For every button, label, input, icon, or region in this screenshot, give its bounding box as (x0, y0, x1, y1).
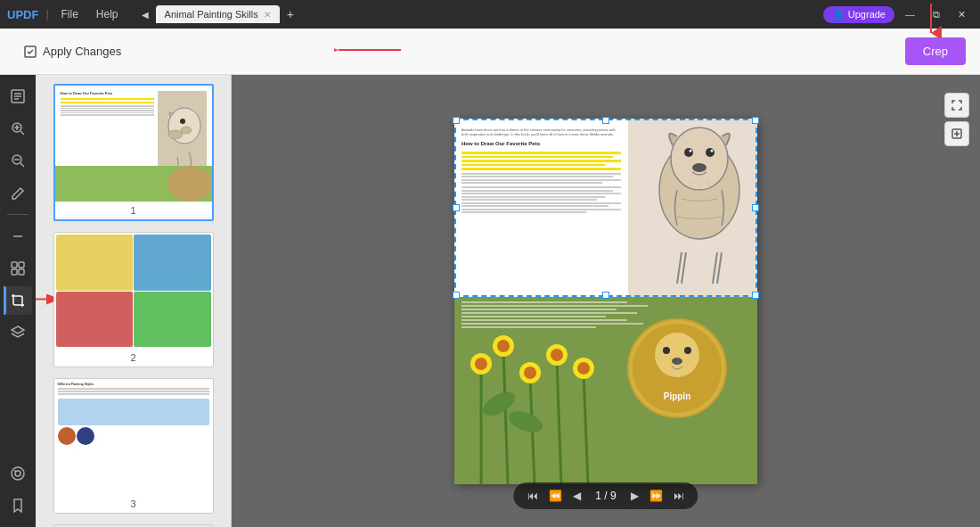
thumb-image-2 (54, 233, 213, 349)
arrow-annotation (334, 41, 405, 62)
sidebar-icon-zoom-out[interactable] (4, 146, 32, 175)
page-thumb-3[interactable]: Different Painting Styles (53, 378, 214, 514)
page-main-title: How to Draw Our Favorite Pets (461, 141, 621, 148)
svg-point-29 (181, 127, 192, 134)
nav-last-btn[interactable]: ⏭ (670, 488, 688, 504)
svg-point-54 (551, 349, 563, 361)
page-thumb-label-3: 3 (54, 495, 213, 513)
tab-animal-painting[interactable]: Animal Painting Skills ✕ (156, 5, 280, 23)
svg-point-62 (672, 358, 682, 365)
sidebar-icon-pages[interactable] (4, 82, 32, 111)
maximize-button[interactable]: ⧉ (926, 7, 947, 22)
crop-button[interactable]: Crep (905, 37, 966, 65)
app-logo: UPDF (7, 8, 38, 21)
svg-point-61 (684, 347, 691, 354)
svg-point-37 (706, 148, 715, 157)
zoom-controls (944, 93, 969, 146)
tab-add-btn[interactable]: + (283, 7, 298, 21)
title-bar: UPDF | File Help ◀ Animal Painting Skill… (0, 0, 980, 29)
svg-point-56 (577, 362, 590, 375)
sidebar-icon-effects[interactable] (4, 459, 32, 488)
svg-rect-18 (19, 262, 24, 268)
page-navigation: ⏮ ⏪ ◀ 1 / 9 ▶ ⏩ ⏭ (513, 482, 698, 509)
nav-first-btn[interactable]: ⏮ (524, 488, 542, 504)
svg-line-10 (20, 131, 24, 135)
svg-point-48 (475, 358, 487, 370)
fit-page-button[interactable] (944, 93, 969, 118)
nav-prev-fast-btn[interactable]: ⏪ (545, 488, 566, 504)
svg-point-60 (663, 347, 670, 354)
nav-prev-btn[interactable]: ◀ (569, 488, 584, 504)
apply-icon (23, 45, 37, 59)
page-indicator: 1 / 9 (588, 490, 623, 502)
sidebar-icon-layers[interactable] (4, 318, 32, 347)
sidebar-icon-edit[interactable] (4, 178, 32, 207)
svg-point-23 (12, 467, 24, 480)
sidebar-divider-1 (7, 214, 29, 215)
tab-label: Animal Painting Skills (165, 9, 258, 20)
svg-point-52 (524, 366, 536, 379)
tab-close-btn[interactable]: ✕ (264, 10, 271, 20)
svg-point-40 (692, 163, 706, 172)
svg-point-38 (690, 149, 692, 152)
page-thumb-label-2: 2 (54, 349, 213, 366)
sidebar-icon-organize[interactable] (4, 254, 32, 283)
close-button[interactable]: ✕ (951, 7, 973, 22)
page-thumb-2[interactable]: 2 (53, 232, 214, 367)
nav-next-fast-btn[interactable]: ⏩ (646, 488, 666, 504)
apply-changes-button[interactable]: Apply Changes (14, 39, 130, 64)
sidebar-icon-crop[interactable] (4, 286, 32, 315)
main-area: How to Draw Our Favorite Pets (0, 75, 980, 527)
title-bar-controls: 👤 Upgrade — ⧉ ✕ (823, 6, 973, 23)
apply-changes-label: Apply Changes (43, 45, 121, 58)
minimize-button[interactable]: — (898, 7, 922, 21)
thumb-image-3: Different Painting Styles (54, 379, 213, 495)
page-panel: How to Draw Our Favorite Pets (36, 75, 232, 527)
icon-sidebar (0, 75, 36, 527)
content-area: Animals have been used as a theme in the… (232, 75, 980, 527)
svg-point-35 (671, 128, 728, 190)
svg-point-39 (711, 149, 714, 152)
pdf-page: Animals have been used as a theme in the… (454, 119, 757, 484)
svg-rect-19 (12, 269, 17, 275)
svg-rect-20 (19, 269, 24, 275)
toolbar: Apply Changes Crep (0, 29, 980, 75)
svg-text:Pippin: Pippin (664, 391, 691, 401)
sidebar-icon-bookmark[interactable] (4, 491, 32, 520)
svg-point-50 (497, 340, 510, 352)
tab-prev-btn[interactable]: ◀ (138, 8, 152, 21)
svg-point-59 (655, 333, 699, 377)
svg-point-25 (14, 470, 16, 472)
menu-help[interactable]: Help (91, 6, 124, 22)
upgrade-button[interactable]: 👤 Upgrade (823, 6, 894, 23)
page-thumb-label-1: 1 (55, 202, 212, 219)
nav-next-btn[interactable]: ▶ (627, 488, 642, 504)
svg-point-36 (684, 148, 693, 157)
svg-rect-17 (12, 262, 17, 268)
page-thumb-1[interactable]: How to Draw Our Favorite Pets (53, 84, 214, 221)
svg-line-14 (20, 163, 24, 167)
tab-area: ◀ Animal Painting Skills ✕ + (138, 5, 298, 23)
crop-view-button[interactable] (944, 121, 969, 146)
svg-point-27 (168, 130, 183, 139)
menu-file[interactable]: File (56, 6, 84, 22)
svg-point-28 (180, 119, 185, 124)
thumb-image-1: How to Draw Our Favorite Pets (55, 86, 212, 202)
sidebar-icon-zoom-in[interactable] (4, 114, 32, 143)
svg-point-24 (15, 471, 20, 476)
logo-divider: | (45, 8, 48, 21)
sidebar-icon-minus[interactable] (4, 222, 32, 251)
